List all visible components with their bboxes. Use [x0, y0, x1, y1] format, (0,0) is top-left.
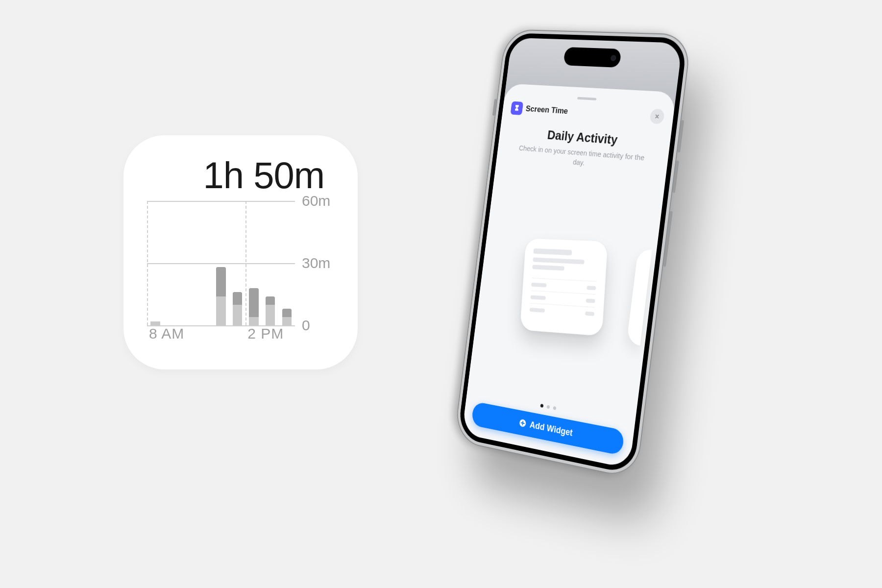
y-axis-tick: 30m — [302, 255, 330, 271]
skeleton-line — [533, 257, 585, 264]
close-button[interactable] — [649, 109, 665, 124]
bar — [233, 292, 242, 325]
volume-up-button — [677, 120, 684, 152]
bar — [150, 321, 160, 325]
y-axis-tick: 60m — [302, 193, 330, 209]
widget-gallery-sheet: Screen Time Daily Activity Check in on y… — [462, 83, 676, 468]
bar-segment-lower — [282, 317, 292, 325]
chart-x-axis: 8 AM2 PM — [147, 325, 295, 350]
add-widget-button[interactable]: Add Widget — [471, 401, 625, 456]
widget-total-time: 1h 50m — [147, 157, 334, 194]
bar-segment-lower — [150, 321, 160, 325]
bar-segment-upper — [282, 309, 292, 317]
bar-segment-lower — [266, 305, 275, 325]
skeleton-cell — [531, 282, 547, 287]
sheet-app-name: Screen Time — [525, 104, 568, 116]
page-dot[interactable] — [540, 404, 543, 408]
page-dot[interactable] — [546, 405, 550, 409]
dynamic-island — [563, 47, 621, 68]
sheet-grabber[interactable] — [577, 97, 596, 100]
page-dot[interactable] — [553, 406, 556, 410]
x-axis-tick: 8 AM — [149, 325, 184, 342]
hourglass-icon — [513, 104, 520, 112]
bar-slot — [279, 201, 295, 325]
screen-time-widget[interactable]: 1h 50m 8 AM2 PM 60m30m0 — [123, 135, 358, 369]
volume-down-button — [672, 160, 679, 193]
silence-switch — [492, 99, 497, 116]
skeleton-row — [529, 303, 595, 320]
bar-slot — [180, 201, 196, 325]
sheet-header: Screen Time — [510, 101, 664, 124]
bar-segment-lower — [249, 317, 258, 325]
bar-slot — [147, 201, 164, 325]
next-preview-peek[interactable] — [626, 248, 652, 345]
skeleton-cell — [530, 295, 546, 300]
iphone-mockup: Screen Time Daily Activity Check in on y… — [454, 29, 692, 479]
skeleton-cell — [587, 285, 596, 290]
widget-preview-area[interactable] — [475, 161, 657, 420]
bar-segment-upper — [249, 288, 258, 317]
phone-frame: Screen Time Daily Activity Check in on y… — [454, 29, 692, 479]
bar — [216, 267, 225, 325]
skeleton-cell — [530, 307, 545, 312]
bar — [282, 309, 292, 325]
plus-circle-icon — [518, 418, 527, 428]
y-axis-tick: 0 — [302, 317, 310, 334]
screen-time-app-icon — [510, 101, 523, 115]
bar-slot — [262, 201, 279, 325]
bar-slot — [245, 201, 262, 325]
phone-screen: Screen Time Daily Activity Check in on y… — [457, 33, 688, 475]
bar-slot — [164, 201, 180, 325]
close-icon — [654, 113, 661, 120]
add-widget-label: Add Widget — [529, 419, 573, 438]
chart-bars — [147, 201, 295, 325]
bar — [249, 288, 258, 325]
bar-slot — [213, 201, 229, 325]
skeleton-line — [533, 248, 572, 255]
widget-chart: 8 AM2 PM 60m30m0 — [147, 201, 334, 350]
bar-segment-lower — [233, 305, 242, 325]
bar-segment-upper — [233, 292, 242, 304]
bar-segment-upper — [266, 296, 275, 305]
bar-slot — [196, 201, 213, 325]
bar — [266, 296, 275, 325]
bar-slot — [229, 201, 246, 325]
skeleton-cell — [585, 311, 594, 316]
power-button — [663, 211, 673, 267]
chart-area: 8 AM2 PM — [147, 201, 295, 350]
skeleton-cell — [586, 298, 595, 303]
chart-plot — [147, 201, 295, 325]
chart-y-axis: 60m30m0 — [295, 201, 334, 350]
widget-preview-card[interactable] — [520, 238, 608, 336]
skeleton-line — [532, 265, 564, 270]
bar-segment-lower — [216, 296, 225, 325]
x-axis-tick: 2 PM — [247, 325, 284, 342]
bar-segment-upper — [216, 267, 225, 296]
